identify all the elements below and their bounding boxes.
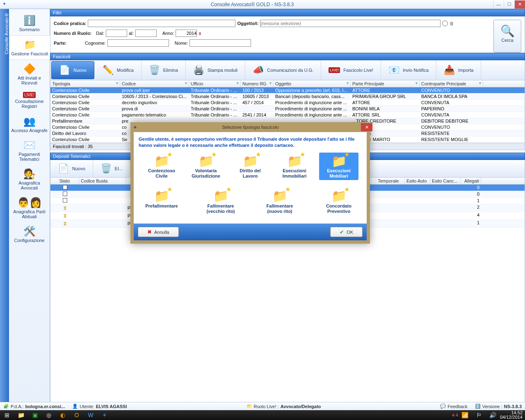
dal-input[interactable] xyxy=(106,30,127,37)
modifica-button[interactable]: ✏️Modifica xyxy=(95,60,142,80)
dialog-close-button[interactable]: ✕ xyxy=(361,123,372,131)
new-icon: 📄 xyxy=(58,163,69,174)
dialog-option[interactable]: 📁★Esecuzioni Immobiliari xyxy=(275,153,314,180)
lawyer-icon: 🧑‍⚖️ xyxy=(10,168,49,180)
col-esitocanc[interactable]: Esito Canc... xyxy=(430,178,461,184)
dialog-option[interactable]: 📁★Concordato Preventivo xyxy=(319,187,358,215)
anno-stepper-icon[interactable]: ± xyxy=(199,31,201,36)
windows-taskbar[interactable]: ⊞ 📁 ▣ ◎ ◐ O W ✦ 4 4 📶 🏳 🔊 14.5204/12/201… xyxy=(0,410,525,420)
left-rail[interactable]: Consolle Avvocato® xyxy=(0,9,9,410)
col-numerorg[interactable]: Numero RG▼ xyxy=(241,80,274,87)
oggetto-input[interactable] xyxy=(260,20,441,27)
people-icon: 👥 xyxy=(10,116,49,127)
nome-input[interactable] xyxy=(189,39,251,47)
col-temporale[interactable]: Temporale xyxy=(376,178,405,184)
dialog-option[interactable]: 📁★Fallimentare (vecchio rito) xyxy=(201,187,240,215)
cancel-icon: ✖ xyxy=(147,229,152,235)
col-stato[interactable]: Stato xyxy=(50,178,79,184)
broadcast-icon: 📣 xyxy=(253,65,264,75)
dialog-option[interactable]: 📁★Prefallimentare xyxy=(142,187,181,215)
col-esitoauto[interactable]: Esito Auto xyxy=(405,178,430,184)
nuovo-button[interactable]: 📄Nuovo xyxy=(51,61,94,79)
dialog-selezione-tipologia: ✦ Selezione tipologia fascicolo ✕ Gentil… xyxy=(130,122,370,244)
close-button[interactable]: ✕ xyxy=(514,0,525,9)
dialog-option[interactable]: 📁★Esecuzioni Mobiliari xyxy=(319,153,358,180)
filter-icon[interactable]: ▼ xyxy=(115,81,119,85)
sidebar-item-gestione-fascicoli[interactable]: 📁Gestione Fascicoli xyxy=(9,35,50,60)
sidebar-item-config[interactable]: 🛠️Configurazione xyxy=(9,222,50,246)
app-icon[interactable]: ✦ xyxy=(98,412,112,418)
envelope-icon: ✉️ xyxy=(10,139,49,151)
table-row[interactable]: Contenzioso Civile10605 / 2013 - Contenz… xyxy=(50,94,525,100)
depositi-nuovo-button[interactable]: 📄Nuovo xyxy=(50,160,93,177)
col-ufficio[interactable]: Ufficio▼ xyxy=(189,80,241,87)
delete-icon: 🗑️ xyxy=(149,65,160,75)
word-icon[interactable]: W xyxy=(84,412,98,418)
user-icon: 👤 xyxy=(72,404,78,409)
col-controparte[interactable]: Controparte Principale▼ xyxy=(420,80,483,87)
app-status-bar: 🧩 P.d.A.: bologna.er.consi... 👤 Utente: … xyxy=(0,402,525,410)
taskbar-clock[interactable]: 14.5204/12/2014 xyxy=(500,411,525,420)
sidebar-item-atti[interactable]: 🔶Atti Inviati e Ricevuti xyxy=(9,60,50,89)
start-button[interactable]: ⊞ xyxy=(0,412,14,418)
stampa-button[interactable]: 🖨️Stampa moduli xyxy=(186,60,245,80)
minimize-button[interactable]: — xyxy=(493,0,504,9)
tray-wifi-icon[interactable]: 📶 xyxy=(458,412,472,418)
tray-flag-icon[interactable]: 🏳 xyxy=(472,412,486,418)
live-icon: LIVE! xyxy=(23,92,35,98)
clear-oggetto-icon[interactable] xyxy=(442,21,448,26)
ok-icon: ✔ xyxy=(340,229,344,235)
depositi-el-button[interactable]: 🗑️El... xyxy=(93,160,130,177)
elimina-button[interactable]: 🗑️Elimina xyxy=(142,60,186,80)
comunicazioni-button[interactable]: 📣Comunicazioni da U.G. xyxy=(245,60,321,80)
numero-ruolo-label: Numero di Ruolo: xyxy=(54,31,91,36)
anno-input[interactable] xyxy=(176,30,197,37)
dialog-icon: ✦ xyxy=(133,124,137,130)
table-row[interactable]: Contenzioso Civileprova coll iperTribuna… xyxy=(50,87,525,94)
folder-star-icon: 📁★ xyxy=(203,189,239,203)
dialog-option[interactable]: 📁★Volontaria Giurisdizione xyxy=(186,153,226,180)
col-codicebusta[interactable]: Codice Busta xyxy=(79,178,126,184)
table-row[interactable]: Contenzioso Civileprova diTribunale Ordi… xyxy=(50,106,525,112)
fascicoli-head: Fascicoli xyxy=(50,53,525,60)
sidebar-item-anagrafe[interactable]: 👥Accesso Anagrafe xyxy=(9,112,50,136)
notify-icon: 📧 xyxy=(388,65,399,75)
col-allegati[interactable]: Allegati xyxy=(461,178,481,184)
cancel-button[interactable]: ✖Annulla xyxy=(138,227,179,237)
maximize-button[interactable]: ☐ xyxy=(504,0,514,9)
ok-button[interactable]: ✔OK xyxy=(330,227,363,237)
feedback-link[interactable]: 💬 Feedback xyxy=(440,404,467,409)
al-input[interactable] xyxy=(135,30,157,37)
table-row[interactable]: Contenzioso Civiledecreto ingiuntivoTrib… xyxy=(50,100,525,106)
col-tipologia[interactable]: Tipologia▼ xyxy=(50,80,120,87)
sidebar-item-parti[interactable]: 👨‍👩‍Anagrafica Parti Abituali xyxy=(9,194,50,222)
parte-label: Parte: xyxy=(54,41,66,46)
dialog-option[interactable]: 📁★Contenzioso Civile xyxy=(142,153,181,180)
trash-icon[interactable]: 🗑 xyxy=(450,21,454,26)
sidebar-item-consultazione[interactable]: LIVE!Consultazione Registri xyxy=(9,89,50,112)
search-button[interactable]: 🔍 Cerca xyxy=(493,20,521,52)
sidebar-item-avvocati[interactable]: 🧑‍⚖️Anagrafica Avvocati xyxy=(9,165,50,194)
table-row[interactable]: Contenzioso Civilepagamento telematicoTr… xyxy=(50,112,525,118)
dialog-option[interactable]: 📁★Diritto del Lavoro xyxy=(231,153,270,180)
codice-pratica-input[interactable] xyxy=(88,20,235,27)
sidebar-item-sommario[interactable]: ℹ️Sommario xyxy=(9,11,50,35)
invio-notifica-button[interactable]: 📧Invio Notifica xyxy=(381,60,436,80)
chrome-icon[interactable]: ◎ xyxy=(42,412,56,418)
window-title: Consolle Avvocato® GOLD - NS-3.8.3 xyxy=(11,2,493,7)
outlook-icon[interactable]: O xyxy=(70,412,84,418)
col-codice[interactable]: Codice▼ xyxy=(120,80,189,87)
col-parte[interactable]: Parte Principale▼ xyxy=(351,80,420,87)
sidebar-item-pagamenti[interactable]: ✉️Pagamenti Telematici xyxy=(9,136,50,165)
cognome-input[interactable] xyxy=(107,39,169,47)
fascicolo-live-button[interactable]: LIVE!Fascicolo Live! xyxy=(321,60,381,80)
firefox-icon[interactable]: ◐ xyxy=(56,412,70,418)
explorer-icon[interactable]: 📁 xyxy=(14,412,28,418)
col-oggetto[interactable]: Oggetto▼ xyxy=(274,80,351,87)
dialog-option[interactable]: 📁★Fallimentare (nuovo rito) xyxy=(260,187,299,215)
search-icon: 🔍 xyxy=(494,24,521,38)
tray-vol-icon[interactable]: 🔊 xyxy=(486,412,500,418)
importa-button[interactable]: 📥Importa xyxy=(436,60,481,80)
import-icon: 📥 xyxy=(444,65,455,75)
store-icon[interactable]: ▣ xyxy=(28,412,42,418)
